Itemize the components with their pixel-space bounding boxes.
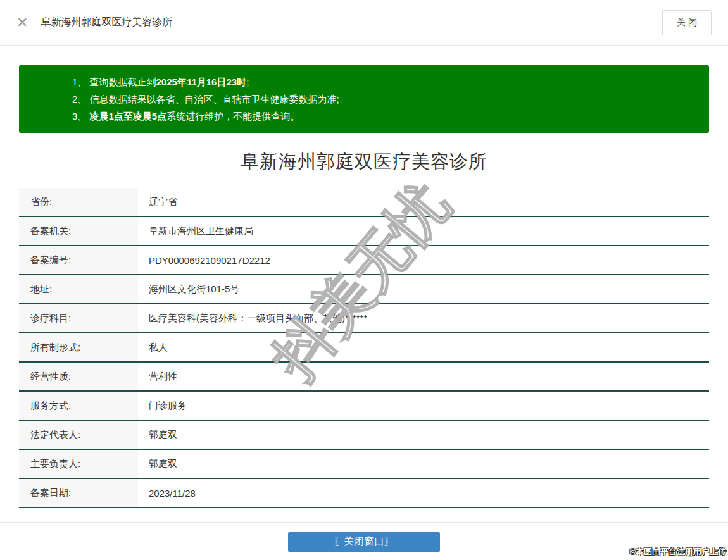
row-label: 服务方式: (19, 392, 138, 420)
row-label: 备案日期: (19, 479, 138, 507)
notice-bold-text: 2025年11月16日23时 (156, 77, 247, 87)
notice-text: ; (246, 77, 249, 87)
close-icon[interactable]: ✕ (16, 16, 28, 30)
info-table: 省份: 辽宁省 备案机关: 阜新市海州区卫生健康局 备案编号: PDY00006… (19, 188, 709, 508)
table-row-registration-number: 备案编号: PDY00006921090217D2212 (19, 246, 709, 275)
close-button[interactable]: 关 闭 (662, 10, 712, 35)
row-label: 诊疗科目: (19, 304, 138, 332)
table-row-ownership-type: 所有制形式: 私人 (19, 333, 709, 363)
close-window-button[interactable]: 〖关闭窗口〗 (288, 532, 440, 552)
row-label: 法定代表人: (19, 421, 138, 449)
row-value: 私人 (138, 333, 168, 361)
row-label: 主要负责人: (19, 450, 138, 478)
row-value: 门诊服务 (138, 392, 187, 420)
corner-watermark: ©本图由平台注册用户上传 (629, 546, 726, 557)
bottom-divider (0, 522, 728, 523)
table-row-address: 地址: 海州区文化街101-5号 (19, 275, 709, 304)
row-value: 海州区文化街101-5号 (138, 275, 239, 303)
table-row-province: 省份: 辽宁省 (19, 188, 709, 217)
notice-box: 1、 查询数据截止到2025年11月16日23时; 2、 信息数据结果以各省、自… (19, 65, 709, 133)
table-row-registration-date: 备案日期: 2023/11/28 (19, 479, 709, 508)
notice-text: 2、 信息数据结果以各省、自治区、直辖市卫生健康委数据为准; (72, 94, 339, 104)
notice-text: 3、 (72, 111, 90, 121)
table-row-legal-representative: 法定代表人: 郭庭双 (19, 421, 709, 450)
table-row-business-nature: 经营性质: 营利性 (19, 363, 709, 392)
row-value: 郭庭双 (138, 450, 177, 478)
row-label: 备案编号: (19, 246, 138, 274)
window-title: 阜新海州郭庭双医疗美容诊所 (41, 16, 172, 29)
row-value: 医疗美容科(美容外科：一级项目头面部、其他)****** (138, 304, 367, 332)
row-label: 地址: (19, 275, 138, 303)
table-row-treatment-subjects: 诊疗科目: 医疗美容科(美容外科：一级项目头面部、其他)****** (19, 304, 709, 333)
page-title: 阜新海州郭庭双医疗美容诊所 (0, 149, 728, 175)
notice-bold-text: 凌晨1点至凌晨5点 (90, 111, 167, 121)
table-row-main-person-in-charge: 主要负责人: 郭庭双 (19, 450, 709, 479)
table-row-registration-authority: 备案机关: 阜新市海州区卫生健康局 (19, 217, 709, 246)
row-value: 郭庭双 (138, 421, 177, 449)
row-label: 所有制形式: (19, 333, 138, 361)
notice-line-2: 2、 信息数据结果以各省、自治区、直辖市卫生健康委数据为准; (72, 90, 709, 108)
footer-bar: 〖关闭窗口〗 (0, 532, 728, 552)
table-row-service-mode: 服务方式: 门诊服务 (19, 392, 709, 421)
row-label: 省份: (19, 188, 138, 216)
notice-line-3: 3、 凌晨1点至凌晨5点系统进行维护，不能提供查询。 (72, 108, 709, 125)
row-value: 2023/11/28 (138, 479, 196, 507)
row-label: 经营性质: (19, 363, 138, 390)
row-value: PDY00006921090217D2212 (138, 246, 270, 274)
row-value: 营利性 (138, 363, 177, 390)
row-label: 备案机关: (19, 217, 138, 245)
row-value: 辽宁省 (138, 188, 177, 216)
notice-line-1: 1、 查询数据截止到2025年11月16日23时; (72, 73, 709, 90)
window-header: ✕ 阜新海州郭庭双医疗美容诊所 关 闭 (0, 0, 728, 46)
row-value: 阜新市海州区卫生健康局 (138, 217, 253, 245)
notice-text: 系统进行维护，不能提供查询。 (166, 111, 299, 121)
notice-text: 1、 查询数据截止到 (72, 77, 156, 87)
